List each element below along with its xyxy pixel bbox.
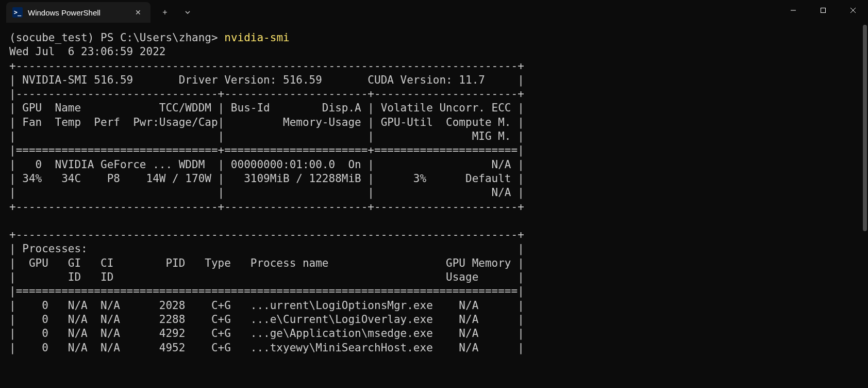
- output-line: | NVIDIA-SMI 516.59 Driver Version: 516.…: [9, 74, 524, 86]
- tabs-area: >_ Windows PowerShell ✕ +: [0, 0, 198, 25]
- output-line: | | | MIG M. |: [9, 130, 524, 142]
- output-line: |===============================+=======…: [9, 144, 524, 156]
- tab-powershell[interactable]: >_ Windows PowerShell ✕: [6, 2, 151, 23]
- output-line: | | | N/A |: [9, 186, 524, 199]
- output-line: | GPU GI CI PID Type Process name GPU Me…: [9, 257, 524, 269]
- new-tab-button[interactable]: +: [155, 2, 175, 23]
- titlebar: >_ Windows PowerShell ✕ +: [0, 0, 868, 25]
- output-line: +---------------------------------------…: [9, 229, 524, 241]
- close-window-button[interactable]: [838, 0, 868, 21]
- tab-actions: +: [155, 2, 198, 23]
- close-tab-button[interactable]: ✕: [133, 7, 143, 18]
- terminal-content[interactable]: (socube_test) PS C:\Users\zhang> nvidia-…: [0, 25, 868, 361]
- svg-rect-1: [821, 8, 826, 13]
- output-line: +---------------------------------------…: [9, 60, 524, 72]
- minimize-button[interactable]: [778, 0, 808, 21]
- output-line: | GPU Name TCC/WDDM | Bus-Id Disp.A | Vo…: [9, 102, 524, 114]
- output-timestamp: Wed Jul 6 23:06:59 2022: [9, 45, 165, 58]
- powershell-icon: >_: [12, 7, 23, 18]
- tab-title: Windows PowerShell: [28, 8, 128, 17]
- prompt-path: PS C:\Users\zhang>: [101, 31, 224, 44]
- output-line: | ID ID Usage |: [9, 271, 524, 283]
- output-line: | Processes: |: [9, 242, 524, 255]
- maximize-button[interactable]: [808, 0, 838, 21]
- output-line: | 0 N/A N/A 4952 C+G ...txyewy\MiniSearc…: [9, 342, 524, 354]
- output-line: | 34% 34C P8 14W / 170W | 3109MiB / 1228…: [9, 172, 524, 185]
- output-line: [9, 215, 524, 227]
- output-line: | 0 N/A N/A 4292 C+G ...ge\Application\m…: [9, 327, 524, 340]
- command-text: nvidia-smi: [224, 31, 289, 44]
- output-line: +-------------------------------+-------…: [9, 201, 524, 213]
- output-line: | 0 N/A N/A 2028 C+G ...urrent\LogiOptio…: [9, 299, 524, 312]
- scrollbar-thumb[interactable]: [863, 25, 867, 231]
- scrollbar[interactable]: [861, 25, 867, 386]
- window-controls: [778, 0, 868, 25]
- prompt-env: (socube_test): [9, 31, 101, 44]
- output-line: | 0 N/A N/A 2288 C+G ...e\Current\LogiOv…: [9, 313, 524, 326]
- tab-dropdown-button[interactable]: [177, 2, 198, 23]
- output-line: | 0 NVIDIA GeForce ... WDDM | 00000000:0…: [9, 158, 524, 171]
- output-line: |=======================================…: [9, 285, 524, 297]
- output-line: | Fan Temp Perf Pwr:Usage/Cap| Memory-Us…: [9, 116, 524, 128]
- output-line: |-------------------------------+-------…: [9, 88, 524, 100]
